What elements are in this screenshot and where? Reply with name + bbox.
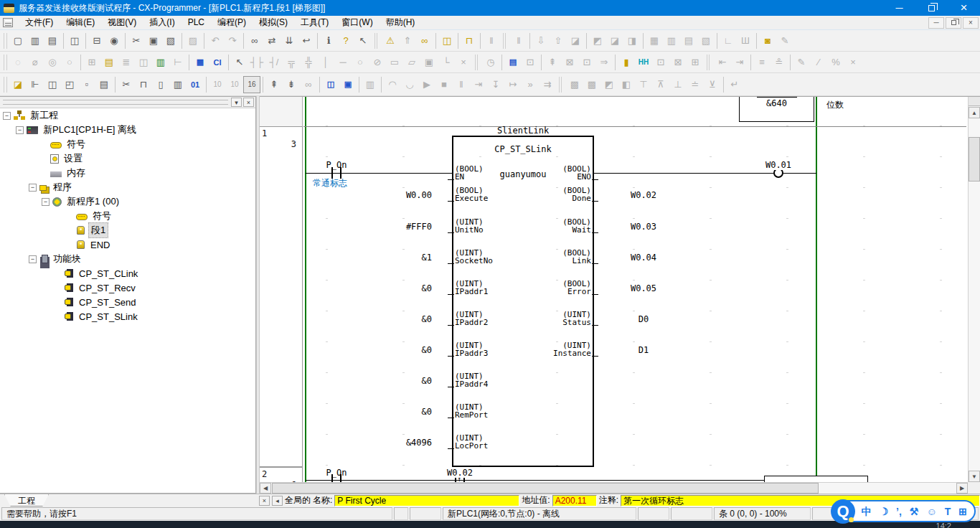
set-breakpoint-button[interactable]: ▩ xyxy=(566,76,583,93)
force-on-button[interactable]: ⁄ xyxy=(810,54,827,71)
return-button[interactable]: ↵ xyxy=(726,76,743,93)
set-value-button[interactable]: ✎ xyxy=(793,54,810,71)
tree-expander[interactable]: − xyxy=(42,198,50,206)
print-button[interactable]: ⊟ xyxy=(88,32,105,50)
menu-file[interactable]: 文件(F) xyxy=(19,16,60,29)
toolbar-grip[interactable] xyxy=(4,77,7,93)
fb-output-pin[interactable]: (BOOL) Wait xyxy=(475,218,591,234)
fb-input-pin[interactable]: (UINT) LocPort xyxy=(455,434,488,450)
monitor-rail-button[interactable]: ∟ xyxy=(720,32,737,50)
rung2-margin-cell[interactable]: 2 6 xyxy=(260,467,303,482)
workspace-close-button[interactable]: × xyxy=(243,98,254,107)
ime-chinese-mode-icon[interactable]: 中 xyxy=(862,506,872,517)
help-button[interactable]: ? xyxy=(337,32,354,50)
split-handle[interactable] xyxy=(969,97,980,106)
memory-window-button[interactable]: ▧ xyxy=(697,32,715,50)
input-operand[interactable]: &0 xyxy=(346,376,432,386)
rung2-contact1-label[interactable]: P_On xyxy=(314,468,359,478)
ime-toolbar[interactable]: Q 中☽’,⚒☺T⊞ xyxy=(835,500,976,522)
fb-name[interactable]: CP_ST_SLink xyxy=(452,144,594,154)
menu-help[interactable]: 帮助(H) xyxy=(380,16,422,29)
symbol-address-field[interactable]: A200.11 xyxy=(552,495,597,506)
timer-tool-button[interactable]: ◷ xyxy=(482,54,499,71)
ladder-content[interactable]: 1 3 2 6 &640 位数 xyxy=(260,97,968,482)
verify-button[interactable]: ◪ xyxy=(567,32,584,50)
scroll-right-button[interactable]: ▶ xyxy=(956,483,968,494)
find-bit-button[interactable]: ∞ xyxy=(300,76,317,93)
vertical-delete-button[interactable]: └ xyxy=(438,54,455,71)
tree-item-settings[interactable]: 设置 xyxy=(0,151,255,166)
tree-item-symbols[interactable]: 符号 xyxy=(0,137,255,151)
output-operand[interactable]: D0 xyxy=(613,314,674,324)
fb-invocation-button[interactable]: ▣ xyxy=(420,54,438,71)
pause-monitor-button[interactable]: ‖ xyxy=(483,32,500,50)
go-back-button[interactable]: ↩ xyxy=(298,32,315,50)
build-button[interactable]: ⊩ xyxy=(27,76,44,93)
rung2-partial-instruction-box[interactable] xyxy=(764,476,868,482)
context-help-button[interactable]: ↖ xyxy=(354,32,372,50)
toolbar-grip[interactable] xyxy=(4,55,7,70)
io-break-and-button[interactable]: ⊼ xyxy=(652,76,669,93)
close-button[interactable]: × xyxy=(948,0,980,16)
menu-insert[interactable]: 插入(I) xyxy=(143,16,181,29)
input-operand[interactable]: &0 xyxy=(346,314,432,324)
online-edit-button[interactable]: ◩ xyxy=(589,32,606,50)
menu-tools[interactable]: 工具(T) xyxy=(294,16,335,29)
zoom-100-button[interactable]: ○ xyxy=(61,54,78,71)
delete-tool-button[interactable]: × xyxy=(455,54,472,71)
data-display-button[interactable]: ▥ xyxy=(362,76,379,93)
step-over-button[interactable]: ↦ xyxy=(504,76,522,93)
window-cascade-button[interactable]: ▫ xyxy=(78,76,95,93)
or-closed-contact-button[interactable]: ╬ xyxy=(300,54,317,71)
open-coil-button[interactable]: ○ xyxy=(352,54,369,71)
note-move-button[interactable]: ⇒ xyxy=(595,54,613,71)
calendar-button[interactable]: ⊡ xyxy=(522,54,539,71)
fb-output-pin[interactable]: (BOOL) ENO xyxy=(475,165,591,181)
tree-item-fb-send[interactable]: CP_ST_Send xyxy=(0,295,255,309)
step-run-button[interactable]: ⇥ xyxy=(470,76,487,93)
replace-button[interactable]: ⇄ xyxy=(263,32,281,50)
ime-smiley-icon[interactable]: ☺ xyxy=(926,506,936,517)
send-changes-button[interactable]: ◪ xyxy=(606,32,623,50)
note-insert-button[interactable]: ⇞ xyxy=(544,54,561,71)
insert-rung-button[interactable]: ⊓ xyxy=(135,76,152,93)
tree-item-fb-recv[interactable]: CP_ST_Recv xyxy=(0,280,255,295)
outdent-button[interactable]: ⇤ xyxy=(714,54,731,71)
retrace-button[interactable]: ⇊ xyxy=(281,32,298,50)
ime-moon-icon[interactable]: ☽ xyxy=(880,506,889,517)
zoom-fit-button[interactable]: ◌ xyxy=(9,54,27,71)
io-break-or-button[interactable]: ⊥ xyxy=(669,76,687,93)
zoom-in-button[interactable]: ◎ xyxy=(44,54,61,71)
minimize-button[interactable]: ─ xyxy=(883,0,915,16)
rung-wrap-button[interactable]: ▥ xyxy=(152,54,169,71)
open-button[interactable]: ▥ xyxy=(27,32,44,50)
rung-comment-button[interactable]: ▯ xyxy=(152,76,169,93)
window-error-button[interactable]: ◫ xyxy=(438,32,456,50)
closed-coil-button[interactable]: ⊘ xyxy=(369,54,386,71)
or-open-contact-button[interactable]: ╦ xyxy=(283,54,300,71)
io-table-window-button[interactable]: ▦ xyxy=(646,32,663,50)
output-operand[interactable]: W0.03 xyxy=(613,222,674,232)
tree-item-fb-clink[interactable]: CP_ST_CLink xyxy=(0,266,255,280)
instruction-box-button[interactable]: ▭ xyxy=(386,54,403,71)
tree-expander[interactable]: − xyxy=(16,126,24,134)
pen-button[interactable]: ✎ xyxy=(776,32,793,50)
tree-expander[interactable]: − xyxy=(29,184,37,192)
work-online-button[interactable]: ◫ xyxy=(322,76,339,93)
window-z-button[interactable]: ⊡ xyxy=(652,54,669,71)
save-button[interactable]: ▤ xyxy=(44,32,61,50)
tree-item-memory[interactable]: 内存 xyxy=(0,166,255,180)
properties-button[interactable]: ▤ xyxy=(95,76,113,93)
online-simulator-button[interactable]: ▣ xyxy=(339,76,357,93)
output-operand[interactable]: W0.04 xyxy=(613,253,674,263)
ime-punctuation-icon[interactable]: ’, xyxy=(896,506,902,517)
menu-simulation[interactable]: 模拟(S) xyxy=(253,16,294,29)
download-button[interactable]: ⇩ xyxy=(532,32,550,50)
cut-button[interactable]: ✂ xyxy=(128,32,145,50)
clear-breakpoint-button[interactable]: ▩ xyxy=(583,76,600,93)
rung-down-button[interactable]: ⇟ xyxy=(283,76,300,93)
scroll-left-button[interactable]: ◀ xyxy=(260,483,271,494)
fb-output-pin[interactable]: (BOOL) Link xyxy=(475,249,591,265)
field-back-button[interactable]: ◂ xyxy=(272,496,283,506)
tree-item-task-symbols[interactable]: 符号 xyxy=(0,209,255,223)
